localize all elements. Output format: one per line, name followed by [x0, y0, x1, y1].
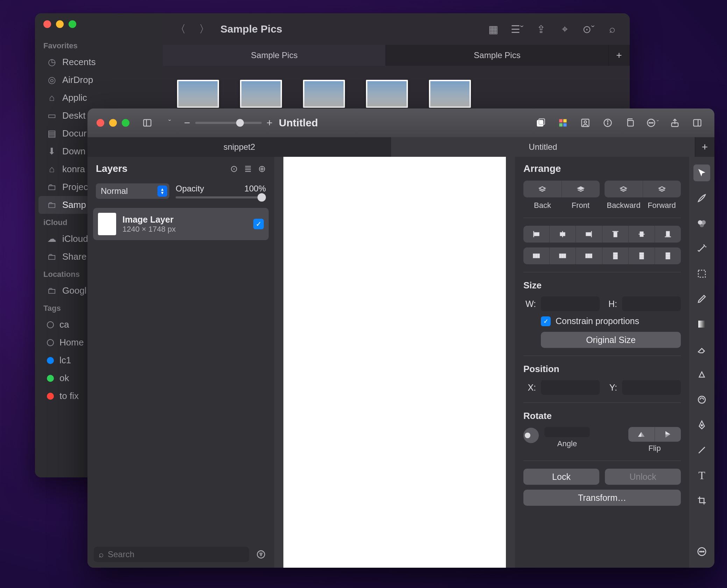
x-input[interactable]: [541, 380, 600, 395]
editor-tab-snippet2[interactable]: snippet2: [87, 137, 391, 157]
editor-traffic-lights[interactable]: [97, 119, 133, 127]
canvas[interactable]: [283, 157, 506, 568]
zoom-icon[interactable]: [122, 119, 129, 127]
flip-horizontal-button[interactable]: [628, 427, 655, 442]
zoom-icon[interactable]: [69, 20, 76, 28]
wand-tool[interactable]: [693, 240, 710, 257]
share-button[interactable]: [667, 115, 683, 131]
clone-tool[interactable]: [693, 391, 710, 408]
height-input[interactable]: [622, 296, 681, 311]
align-hcenter-button[interactable]: [549, 226, 576, 243]
file-thumbnail[interactable]: [177, 80, 219, 108]
layers-stack-icon[interactable]: ≣: [244, 163, 252, 174]
align-top-button[interactable]: [602, 226, 628, 243]
search-button[interactable]: ⌕: [605, 21, 620, 37]
y-field[interactable]: ▲▼: [622, 380, 681, 395]
sidebar-item-airdrop[interactable]: ◎AirDrop: [38, 71, 160, 89]
marquee-tool[interactable]: [693, 265, 710, 282]
portrait-button[interactable]: [577, 115, 593, 131]
brush-tool[interactable]: [693, 190, 710, 206]
tags-button[interactable]: ⌖: [557, 21, 572, 37]
layers-add-icon[interactable]: ⊕: [258, 163, 266, 174]
layer-row[interactable]: Image Layer 1240 × 1748 px ✓: [93, 208, 269, 240]
sidebar-toggle-button[interactable]: [139, 115, 155, 131]
distribute-h-left-button[interactable]: [523, 247, 549, 264]
distribute-v-center-button[interactable]: [628, 247, 655, 264]
lock-button[interactable]: Lock: [523, 469, 599, 485]
distribute-v-bottom-button[interactable]: [655, 247, 681, 264]
distribute-h-right-button[interactable]: [576, 247, 602, 264]
zoom-control[interactable]: − +: [184, 117, 273, 129]
constrain-proportions-checkbox[interactable]: ✓: [541, 316, 551, 326]
width-field[interactable]: ▲▼: [541, 296, 600, 311]
view-icons-button[interactable]: ▦: [486, 21, 501, 37]
color-picker-tool[interactable]: [693, 215, 710, 232]
opacity-control[interactable]: Opacity 100%: [176, 184, 266, 198]
send-backward-button[interactable]: [605, 181, 643, 197]
add-image-button[interactable]: [532, 115, 549, 131]
zoom-slider[interactable]: [195, 122, 262, 124]
file-thumbnail[interactable]: [240, 80, 282, 108]
line-tool[interactable]: [693, 442, 710, 458]
smudge-tool[interactable]: [693, 366, 710, 383]
layers-search-input[interactable]: ⌕: [94, 547, 249, 562]
more-button[interactable]: ˇ: [644, 115, 661, 131]
align-right-button[interactable]: [576, 226, 602, 243]
editor-tab-untitled[interactable]: Untitled: [391, 137, 695, 157]
sidebar-item-recents[interactable]: ◷Recents: [38, 53, 160, 71]
pencil-tool[interactable]: [693, 290, 710, 307]
editor-tab-add[interactable]: +: [695, 137, 714, 157]
layer-visibility-checkbox[interactable]: ✓: [253, 219, 264, 229]
blend-mode-select[interactable]: Normal ▲▼: [96, 183, 169, 199]
finder-tab[interactable]: Sample Pics: [386, 45, 609, 66]
back-button[interactable]: 〈: [173, 21, 188, 37]
finder-tab[interactable]: Sample Pics: [163, 45, 386, 66]
align-left-button[interactable]: [523, 226, 549, 243]
forward-button[interactable]: 〉: [197, 21, 212, 37]
zoom-slider-knob[interactable]: [236, 119, 244, 127]
align-vcenter-button[interactable]: [628, 226, 655, 243]
distribute-v-top-button[interactable]: [602, 247, 628, 264]
gradient-tool[interactable]: [693, 316, 710, 332]
angle-input[interactable]: [544, 427, 590, 437]
file-thumbnail[interactable]: [303, 80, 345, 108]
transform-button[interactable]: Transform…: [523, 490, 681, 506]
group-button[interactable]: ☰ˇ: [509, 21, 525, 37]
opacity-slider-knob[interactable]: [257, 193, 266, 202]
angle-field[interactable]: ▲▼: [544, 427, 590, 437]
move-tool[interactable]: [693, 164, 710, 181]
layers-search-field[interactable]: [108, 550, 244, 559]
inspector-toggle-button[interactable]: [689, 115, 705, 131]
share-button[interactable]: ⇪: [533, 21, 549, 37]
info-button[interactable]: [600, 115, 616, 131]
unlock-button[interactable]: Unlock: [605, 469, 681, 485]
text-tool[interactable]: T: [693, 467, 710, 484]
flip-vertical-button[interactable]: [655, 427, 681, 442]
crop-tool[interactable]: [693, 492, 710, 509]
duplicate-document-button[interactable]: [622, 115, 638, 131]
width-input[interactable]: [541, 296, 600, 311]
eraser-tool[interactable]: [693, 341, 710, 358]
more-tools-button[interactable]: [693, 543, 710, 560]
canvas-area[interactable]: [274, 157, 515, 568]
send-to-back-button[interactable]: [523, 181, 562, 197]
finder-traffic-lights[interactable]: [35, 20, 163, 37]
file-thumbnail[interactable]: [429, 80, 471, 108]
zoom-out-button[interactable]: −: [184, 117, 190, 129]
close-icon[interactable]: [43, 20, 51, 28]
layers-options-icon[interactable]: ⊙: [230, 163, 238, 174]
rotation-dial[interactable]: [523, 428, 539, 443]
actions-button[interactable]: ⊙ˇ: [581, 21, 596, 37]
chevron-down-icon[interactable]: ˇ: [162, 115, 178, 131]
minimize-icon[interactable]: [56, 20, 64, 28]
close-icon[interactable]: [97, 119, 104, 127]
finder-tab-add[interactable]: +: [609, 45, 630, 66]
y-input[interactable]: [622, 380, 681, 395]
color-adjust-button[interactable]: [555, 115, 571, 131]
file-thumbnail[interactable]: [366, 80, 408, 108]
opacity-slider[interactable]: [176, 196, 266, 198]
sidebar-item-applications[interactable]: ⌂Applic: [38, 89, 160, 107]
minimize-icon[interactable]: [109, 119, 117, 127]
original-size-button[interactable]: Original Size: [541, 332, 681, 348]
x-field[interactable]: ▲▼: [541, 380, 600, 395]
